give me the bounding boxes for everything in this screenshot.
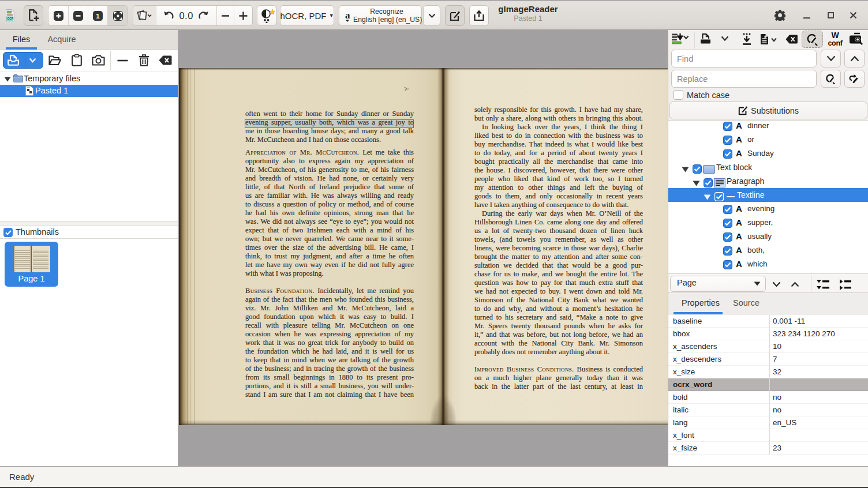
svg-text:OCR: OCR xyxy=(8,17,14,20)
svg-text:a: a xyxy=(345,10,350,21)
svg-text:1: 1 xyxy=(96,12,100,19)
